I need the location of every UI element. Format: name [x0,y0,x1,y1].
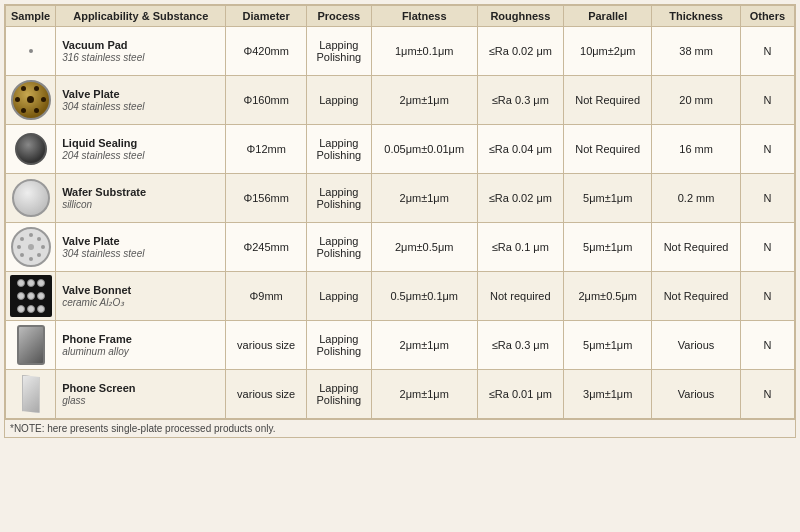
item-subtitle: 304 stainless steel [62,101,144,112]
col-roughness: Roughness [477,6,563,27]
table-row: Valve Bonnetceramic Al₂O₃Φ9mmLapping0.5μ… [6,272,795,321]
roughness-cell: ≤Ra 0.02 μm [477,27,563,76]
process-cell: Lapping [306,272,371,321]
flatness-cell: 2μm±1μm [371,76,477,125]
process-cell: Lapping Polishing [306,125,371,174]
roughness-cell: ≤Ra 0.04 μm [477,125,563,174]
roughness-cell: ≤Ra 0.1 μm [477,223,563,272]
sample-image [9,274,53,318]
item-name-cell: Valve Plate304 stainless steel [56,76,226,125]
item-name-cell: Liquid Sealing204 stainless steel [56,125,226,174]
table-row: Vacuum Pad316 stainless steelΦ420mmLappi… [6,27,795,76]
thickness-cell: Not Required [652,272,740,321]
item-subtitle: ceramic Al₂O₃ [62,297,124,308]
thickness-cell: 38 mm [652,27,740,76]
table-note: *NOTE: here presents single-plate proces… [5,419,795,437]
others-cell: N [740,125,794,174]
sample-image [9,176,53,220]
diameter-cell: Φ9mm [226,272,307,321]
item-name: Valve Plate [62,235,120,247]
sample-image-cell [6,223,56,272]
item-name-cell: Phone Framealuminum alloy [56,321,226,370]
sample-image [9,372,53,416]
process-cell: Lapping Polishing [306,321,371,370]
item-name: Vacuum Pad [62,39,127,51]
sample-image-cell [6,272,56,321]
item-name: Phone Frame [62,333,132,345]
thickness-cell: 0.2 mm [652,174,740,223]
main-table-wrapper: Sample Applicability & Substance Diamete… [4,4,796,438]
flatness-cell: 0.5μm±0.1μm [371,272,477,321]
thickness-cell: Not Required [652,223,740,272]
parallel-cell: Not Required [564,125,652,174]
item-name-cell: Wafer Substratesillicon [56,174,226,223]
flatness-cell: 2μm±1μm [371,174,477,223]
others-cell: N [740,27,794,76]
item-subtitle: 316 stainless steel [62,52,144,63]
diameter-cell: Φ12mm [226,125,307,174]
sample-image-cell [6,321,56,370]
table-body: Vacuum Pad316 stainless steelΦ420mmLappi… [6,27,795,419]
sample-image [9,127,53,171]
table-row: Valve Plate304 stainless steelΦ245mmLapp… [6,223,795,272]
roughness-cell: Not required [477,272,563,321]
item-subtitle: glass [62,395,85,406]
table-row: Wafer SubstratesilliconΦ156mmLapping Pol… [6,174,795,223]
col-flatness: Flatness [371,6,477,27]
diameter-cell: Φ420mm [226,27,307,76]
table-row: Liquid Sealing204 stainless steelΦ12mmLa… [6,125,795,174]
process-cell: Lapping Polishing [306,223,371,272]
others-cell: N [740,76,794,125]
diameter-cell: various size [226,321,307,370]
item-name: Phone Screen [62,382,135,394]
roughness-cell: ≤Ra 0.3 μm [477,76,563,125]
roughness-cell: ≤Ra 0.01 μm [477,370,563,419]
flatness-cell: 1μm±0.1μm [371,27,477,76]
item-name-cell: Vacuum Pad316 stainless steel [56,27,226,76]
process-cell: Lapping Polishing [306,370,371,419]
parallel-cell: 5μm±1μm [564,321,652,370]
others-cell: N [740,272,794,321]
item-name-cell: Valve Bonnetceramic Al₂O₃ [56,272,226,321]
thickness-cell: 16 mm [652,125,740,174]
col-applicability: Applicability & Substance [56,6,226,27]
item-name-cell: Valve Plate304 stainless steel [56,223,226,272]
col-others: Others [740,6,794,27]
process-cell: Lapping [306,76,371,125]
parallel-cell: 2μm±0.5μm [564,272,652,321]
parallel-cell: Not Required [564,76,652,125]
parallel-cell: 10μm±2μm [564,27,652,76]
others-cell: N [740,370,794,419]
item-subtitle: aluminum alloy [62,346,129,357]
sample-image-cell [6,27,56,76]
sample-image-cell [6,370,56,419]
thickness-cell: 20 mm [652,76,740,125]
sample-image [9,78,53,122]
roughness-cell: ≤Ra 0.02 μm [477,174,563,223]
parallel-cell: 5μm±1μm [564,174,652,223]
thickness-cell: Various [652,321,740,370]
diameter-cell: Φ160mm [226,76,307,125]
sample-image [9,225,53,269]
sample-image-cell [6,174,56,223]
header-row: Sample Applicability & Substance Diamete… [6,6,795,27]
item-name: Valve Plate [62,88,120,100]
table-row: Valve Plate304 stainless steelΦ160mmLapp… [6,76,795,125]
sample-image [9,29,53,73]
sample-image-cell [6,125,56,174]
process-cell: Lapping Polishing [306,174,371,223]
flatness-cell: 2μm±1μm [371,370,477,419]
item-name-cell: Phone Screenglass [56,370,226,419]
col-thickness: Thickness [652,6,740,27]
specifications-table: Sample Applicability & Substance Diamete… [5,5,795,419]
process-cell: Lapping Polishing [306,27,371,76]
table-row: Phone Framealuminum alloyvarious sizeLap… [6,321,795,370]
thickness-cell: Various [652,370,740,419]
item-name: Wafer Substrate [62,186,146,198]
diameter-cell: Φ156mm [226,174,307,223]
roughness-cell: ≤Ra 0.3 μm [477,321,563,370]
flatness-cell: 2μm±1μm [371,321,477,370]
item-name: Liquid Sealing [62,137,137,149]
item-subtitle: sillicon [62,199,92,210]
flatness-cell: 0.05μm±0.01μm [371,125,477,174]
